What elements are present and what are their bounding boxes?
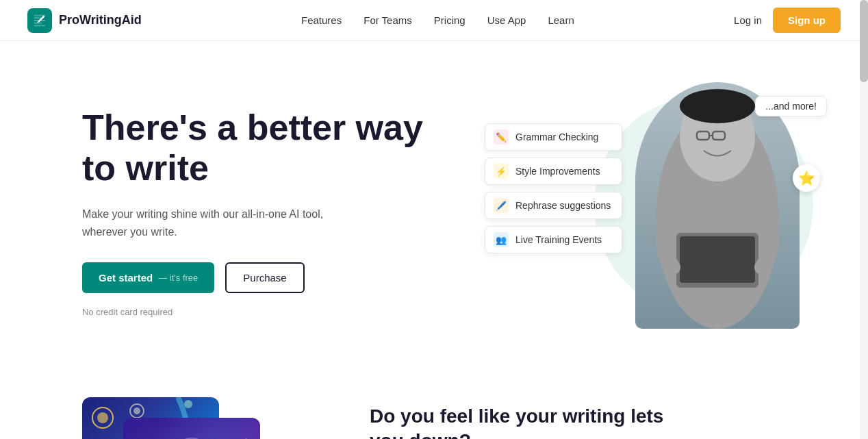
hero-section: There's a better way to write Make your … [0,41,868,370]
get-started-label: Get started [99,272,153,284]
hero-illustration: ...and more! ⭐ [485,82,841,342]
purchase-button[interactable]: Purchase [225,262,304,293]
nav-for-teams[interactable]: For Teams [363,14,412,26]
pill-style-label: Style Improvements [515,166,600,177]
training-icon: 👥 [494,232,509,247]
nav-actions: Log in Sign up [734,8,841,33]
pill-training: 👥 Live Training Events [485,226,622,253]
card-front: My idea in my head [123,418,260,439]
svg-point-9 [97,412,108,423]
card-front-swirl [123,418,260,439]
logo-icon [27,8,52,33]
hero-subtitle: Make your writing shine with our all-in-… [82,205,356,240]
pill-grammar: ✏️ Grammar Checking [485,123,622,151]
logo-svg [32,13,47,28]
scrollbar-track[interactable] [860,0,868,439]
get-started-suffix: — it's free [158,273,198,283]
lower-left: My idea in my head [82,397,315,439]
svg-point-12 [184,400,192,408]
hero-person [635,82,800,329]
nav-links: Features For Teams Pricing Use App Learn [301,14,574,26]
pill-rephrase-label: Rephrase suggestions [515,200,611,211]
lower-section: My idea in my head Do you feel like your… [0,370,868,439]
feature-pills: ✏️ Grammar Checking ⚡ Style Improvements… [485,123,622,253]
navbar: ProWritingAid Features For Teams Pricing… [0,0,868,41]
rephrase-icon: 🖊️ [494,198,509,213]
writing-cards: My idea in my head [82,397,315,439]
no-credit-text: No credit card required [82,307,424,317]
pill-grammar-label: Grammar Checking [515,131,598,142]
logo-link[interactable]: ProWritingAid [27,8,142,33]
get-started-button[interactable]: Get started — it's free [82,262,214,293]
hero-buttons: Get started — it's free Purchase [82,262,424,293]
pill-rephrase: 🖊️ Rephrase suggestions [485,192,622,219]
lower-title: Do you feel like your writing lets you d… [370,404,698,439]
svg-point-7 [680,89,755,123]
login-link[interactable]: Log in [734,14,762,26]
nav-use-app[interactable]: Use App [487,14,526,26]
signup-button[interactable]: Sign up [773,8,841,33]
star-badge: ⭐ [793,164,820,192]
hero-right: ...and more! ⭐ [485,82,841,342]
logo-text: ProWritingAid [59,13,142,27]
pill-style: ⚡ Style Improvements [485,158,622,185]
pill-training-label: Live Training Events [515,234,602,245]
person-svg [635,82,800,329]
more-callout: ...and more! [755,96,827,116]
nav-learn[interactable]: Learn [548,14,574,26]
svg-point-11 [133,407,140,414]
style-icon: ⚡ [494,164,509,179]
lower-right: Do you feel like your writing lets you d… [370,397,698,439]
hero-left: There's a better way to write Make your … [82,108,424,318]
svg-rect-6 [680,236,755,283]
hero-title: There's a better way to write [82,108,424,190]
scrollbar-thumb[interactable] [860,0,868,82]
nav-features[interactable]: Features [301,14,342,26]
nav-pricing[interactable]: Pricing [434,14,465,26]
grammar-icon: ✏️ [494,129,509,145]
